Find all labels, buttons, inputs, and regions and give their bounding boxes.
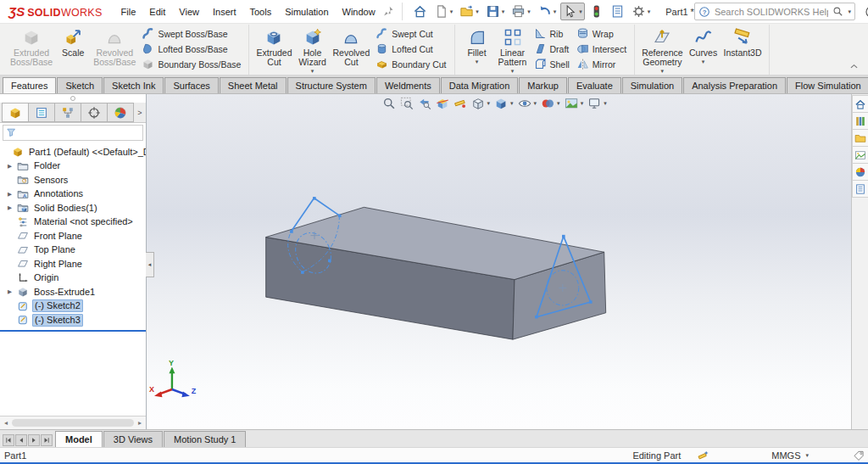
tab-markup[interactable]: Markup	[519, 77, 567, 93]
edit-appearance-dropdown-icon[interactable]: ▾	[557, 100, 560, 107]
fillet-button[interactable]: Fillet▾	[459, 25, 495, 65]
save-dropdown-icon[interactable]: ▾	[502, 8, 505, 15]
menu-edit[interactable]: Edit	[142, 3, 172, 20]
curves-dropdown-icon[interactable]: ▾	[702, 58, 705, 65]
tree-item-material-not-specified[interactable]: Material <not specified>	[0, 215, 146, 230]
reference-geometry-button[interactable]: ReferenceGeometry▾	[639, 25, 685, 75]
featuremanager-tab[interactable]	[2, 103, 29, 122]
tab-structure-system[interactable]: Structure System	[287, 77, 376, 93]
graphics-area[interactable]: ▾▾▾▾▾▾	[147, 94, 851, 429]
boundary-cut-button[interactable]: Boundary Cut	[374, 58, 448, 70]
view-palette-tab[interactable]	[852, 147, 868, 164]
model-canvas[interactable]: X Y Z	[147, 94, 851, 429]
options-button[interactable]: ▾	[629, 3, 654, 20]
tab-data-migration[interactable]: Data Migration	[441, 77, 519, 93]
tab-scroll-last-button[interactable]	[41, 434, 53, 446]
menu-insert[interactable]: Insert	[206, 3, 243, 20]
collapse-panel-button[interactable]: ◂	[146, 252, 154, 277]
menu-simulation[interactable]: Simulation	[278, 3, 335, 20]
expander-icon[interactable]: ▶	[8, 288, 16, 295]
apply-scene-button[interactable]: ▾	[563, 96, 586, 111]
file-properties-button[interactable]	[608, 3, 627, 20]
open-dropdown-icon[interactable]: ▾	[476, 8, 479, 15]
tab-3d-views[interactable]: 3D Views	[103, 431, 163, 447]
tag-icon[interactable]	[853, 450, 865, 461]
tab-flow-simulation[interactable]: Flow Simulation	[787, 77, 868, 93]
display-style-button[interactable]: ▾	[492, 96, 515, 111]
view-settings-dropdown-icon[interactable]: ▾	[604, 100, 607, 107]
wrap-button[interactable]: Wrap	[575, 27, 628, 40]
scrollbar-thumb[interactable]	[12, 419, 134, 427]
collapse-ribbon-icon[interactable]	[849, 61, 860, 72]
panel-splitter-handle[interactable]	[0, 94, 146, 103]
expander-icon[interactable]: ▶	[8, 191, 16, 198]
swept-cut-button[interactable]: Swept Cut	[374, 27, 448, 40]
propertymanager-tab[interactable]	[29, 103, 55, 122]
tree-filter-field[interactable]	[3, 125, 143, 141]
search-icon[interactable]	[832, 6, 843, 17]
help-search-box[interactable]: ? ▾	[694, 3, 855, 20]
panel-tabs-overflow-icon[interactable]: >	[134, 103, 146, 122]
fillet-dropdown-icon[interactable]: ▾	[476, 58, 479, 65]
linear-pattern-dropdown-icon[interactable]: ▾	[511, 67, 515, 75]
reference-geometry-dropdown-icon[interactable]: ▾	[661, 67, 665, 75]
menu-window[interactable]: Window	[336, 3, 382, 20]
hole-wizard-button[interactable]: HoleWizard▾	[295, 25, 331, 75]
display-style-dropdown-icon[interactable]: ▾	[510, 100, 514, 107]
tab-weldments[interactable]: Weldments	[376, 77, 440, 93]
open-button[interactable]: ▾	[457, 3, 481, 20]
menu-tools[interactable]: Tools	[242, 3, 278, 20]
extruded-cut-button[interactable]: ExtrudedCut	[253, 25, 294, 75]
custom-properties-tab[interactable]	[852, 181, 868, 198]
dynamic-annotation-views-button[interactable]	[452, 96, 469, 111]
new-document-button[interactable]: ▾	[431, 3, 456, 20]
pin-menu-icon[interactable]	[382, 5, 395, 18]
zoom-to-area-button[interactable]	[398, 96, 415, 111]
scroll-left-icon[interactable]: ◂	[2, 419, 10, 427]
rollback-bar[interactable]	[0, 330, 146, 332]
previous-view-button[interactable]	[416, 96, 433, 111]
tree-item-folder[interactable]: ▶Folder	[0, 159, 146, 174]
rebuild-button[interactable]	[587, 3, 606, 20]
view-settings-button[interactable]: ▾	[586, 96, 609, 111]
appearances-scenes-tab[interactable]	[852, 164, 868, 181]
tab-features[interactable]: Features	[3, 77, 56, 93]
edit-appearance-button[interactable]: ▾	[539, 96, 562, 111]
tree-item-sketch2[interactable]: (-) Sketch2	[0, 299, 146, 314]
draft-button[interactable]: Draft	[532, 42, 571, 55]
scale-button[interactable]: Scale	[55, 25, 91, 65]
menu-file[interactable]: File	[114, 3, 143, 20]
print-dropdown-icon[interactable]: ▾	[527, 8, 531, 15]
units-dropdown-icon[interactable]: ▾	[805, 452, 809, 459]
account-icon[interactable]	[860, 3, 868, 21]
zoom-to-fit-button[interactable]	[381, 96, 398, 111]
tree-item-annotations[interactable]: ▶AAnnotations	[0, 187, 146, 202]
undo-button[interactable]: ▾	[535, 3, 559, 20]
tab-sheet-metal[interactable]: Sheet Metal	[220, 77, 287, 93]
print-button[interactable]: ▾	[509, 3, 533, 20]
tab-scroll-first-button[interactable]	[3, 434, 14, 446]
save-button[interactable]: ▾	[483, 3, 508, 20]
tab-scroll-next-button[interactable]	[28, 434, 40, 446]
tree-item-boss-extrude1[interactable]: ▶Boss-Extrude1	[0, 285, 146, 299]
tab-sketch[interactable]: Sketch	[57, 77, 103, 93]
select-dropdown-icon[interactable]: ▾	[579, 8, 582, 15]
search-input[interactable]	[713, 6, 830, 18]
tree-item-sensors[interactable]: Sensors	[0, 173, 146, 187]
tab-surfaces[interactable]: Surfaces	[164, 77, 218, 93]
revolved-cut-button[interactable]: RevolvedCut	[331, 25, 373, 75]
hide-show-items-button[interactable]: ▾	[516, 96, 539, 111]
tree-item-front-plane[interactable]: Front Plane	[0, 229, 146, 243]
options-dropdown-icon[interactable]: ▾	[648, 8, 651, 15]
lofted-boss-base-button[interactable]: Lofted Boss/Base	[140, 42, 242, 55]
boundary-boss-base-button[interactable]: Boundary Boss/Base	[140, 58, 242, 70]
tree-item-solid-bodies-1[interactable]: ▶Solid Bodies(1)	[0, 201, 146, 215]
instant3d-button[interactable]: Instant3D	[721, 25, 765, 65]
tab-scroll-previous-button[interactable]	[15, 434, 27, 446]
section-view-button[interactable]	[434, 96, 451, 111]
taskpane-home-tab[interactable]	[852, 95, 868, 113]
swept-boss-base-button[interactable]: Swept Boss/Base	[140, 27, 242, 40]
design-library-tab[interactable]	[852, 113, 868, 130]
tree-item-right-plane[interactable]: Right Plane	[0, 257, 146, 271]
dimxpertmanager-tab[interactable]	[81, 103, 108, 122]
